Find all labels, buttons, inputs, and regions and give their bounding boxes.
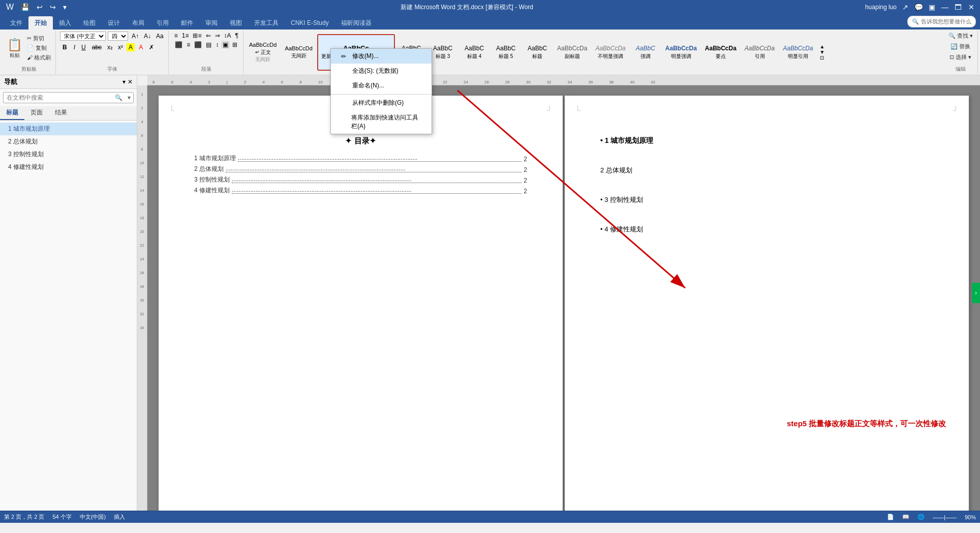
style-fubiaoti[interactable]: AaBbCcDa 副标题 <box>554 34 591 71</box>
tab-draw[interactable]: 绘图 <box>77 16 102 29</box>
shrink-font-btn[interactable]: A↓ <box>142 32 152 40</box>
ctx-modify[interactable]: ✏ 修改(M)... <box>331 49 432 64</box>
nav-close-btn[interactable]: ✕ <box>128 78 133 85</box>
tab-review[interactable]: 审阅 <box>199 16 224 29</box>
page-2[interactable]: └ ┘ • 1 城市规划原理 2 总体规划 • 3 控制性规划 • 4 修建性规… <box>565 96 969 511</box>
tab-home[interactable]: 开始 <box>28 16 53 29</box>
styles-scroll-up[interactable]: ▲ <box>820 44 825 49</box>
tab-insert[interactable]: 插入 <box>53 16 77 29</box>
grow-font-btn[interactable]: A↑ <box>130 32 140 40</box>
zoom-slider[interactable]: ——|—— <box>933 514 957 520</box>
text-highlight-btn[interactable]: A <box>127 43 135 51</box>
style-biaoti-plain[interactable]: AaBbC 标题 <box>522 34 553 71</box>
ctx-rename[interactable]: 重命名(N)... <box>331 78 432 93</box>
tab-view[interactable]: 视图 <box>224 16 248 29</box>
align-right-btn[interactable]: ⬛ <box>193 41 203 49</box>
tab-file[interactable]: 文件 <box>4 16 28 29</box>
replace-btn[interactable]: 🔄 替换 <box>949 42 972 51</box>
nav-search-box[interactable]: 🔍 ▾ <box>3 92 134 103</box>
customize-quick-access[interactable]: ▾ <box>61 2 69 12</box>
multilevel-btn[interactable]: ⊞≡ <box>191 32 203 40</box>
view-read-icon[interactable]: 📖 <box>902 514 909 520</box>
align-left-btn[interactable]: ⬛ <box>173 41 184 49</box>
style-biaoti5[interactable]: AaBbC 标题 5 <box>491 34 521 71</box>
style-mingxian-yinyong[interactable]: AaBbCcDa 明显引用 <box>779 34 816 71</box>
tab-layout[interactable]: 布局 <box>126 16 150 29</box>
style-qiangdiao[interactable]: AaBbC 强调 <box>630 34 661 71</box>
ctx-select-all[interactable]: 全选(S): (无数据) <box>331 64 432 78</box>
underline-btn[interactable]: U <box>79 43 88 51</box>
style-yaodian[interactable]: AaBbCcDa 要点 <box>701 34 740 71</box>
format-painter-btn[interactable]: 🖌 格式刷 <box>25 53 52 62</box>
tell-me-box[interactable]: 🔍 告诉我您想要做什么 <box>907 16 976 27</box>
style-biaoti4[interactable]: AaBbC 标题 4 <box>459 34 489 71</box>
ctx-add-quick[interactable]: 将库添加到快速访问工具栏(A) <box>331 110 432 134</box>
copy-btn[interactable]: 📄 复制 <box>25 44 52 52</box>
side-green-btn[interactable]: › <box>972 283 980 303</box>
view-normal-icon[interactable]: 📄 <box>887 514 894 520</box>
tab-developer[interactable]: 开发工具 <box>248 16 285 29</box>
nav-search-icon[interactable]: 🔍 <box>112 93 125 103</box>
italic-btn[interactable]: I <box>72 43 77 51</box>
clear-format-btn[interactable]: ✗ <box>147 43 156 51</box>
save-btn[interactable]: 💾 <box>19 2 32 12</box>
nav-item-3[interactable]: 3 控制性规划 <box>0 148 137 161</box>
bullets-btn[interactable]: ≡ <box>173 32 179 40</box>
style-biaoti3[interactable]: AaBbC 标题 3 <box>427 34 458 71</box>
style-buxian[interactable]: AaBbCcDa 不明显强调 <box>592 34 629 71</box>
ribbon-display-btn[interactable]: ▣ <box>927 3 936 12</box>
styles-expand[interactable]: ⊡ <box>820 55 825 61</box>
paste-btn[interactable]: 📋 粘贴 <box>5 33 24 64</box>
change-case-btn[interactable]: Aa <box>155 32 165 40</box>
cut-btn[interactable]: ✂ 剪切 <box>25 34 52 43</box>
font-size-select[interactable]: 四号 <box>108 32 128 41</box>
comments-btn[interactable]: 💬 <box>914 3 923 12</box>
view-web-icon[interactable]: 🌐 <box>917 514 925 520</box>
close-btn[interactable]: ✕ <box>967 3 976 12</box>
tab-foxit[interactable]: 福昕阅读器 <box>335 16 378 29</box>
nav-tab-headings[interactable]: 标题 <box>0 106 24 120</box>
nav-item-4[interactable]: 4 修建性规划 <box>0 161 137 173</box>
nav-item-1[interactable]: 1 城市规划原理 <box>0 123 137 135</box>
font-family-select[interactable]: 宋体 (中文正… <box>60 32 106 41</box>
strikethrough-btn[interactable]: abc <box>90 43 104 51</box>
superscript-btn[interactable]: x² <box>116 43 125 51</box>
style-zhengwen[interactable]: AaBbCcDd ↵ 正文 无间距 <box>246 34 280 71</box>
indent-decrease-btn[interactable]: ⇐ <box>204 32 212 40</box>
page-1[interactable]: └ ┘ ┌ ┐ ✦ 目录✦ 1 城市规划原理 .................… <box>159 96 563 511</box>
nav-toggle-btn[interactable]: ▾ <box>122 78 126 85</box>
border-btn[interactable]: ⊞ <box>231 41 239 49</box>
nav-item-2[interactable]: 2 总体规划 <box>0 135 137 148</box>
nav-tab-results[interactable]: 结果 <box>49 106 73 120</box>
style-wuxiange[interactable]: AaBbCcDd 无间距 <box>281 34 316 71</box>
subscript-btn[interactable]: x₂ <box>106 43 114 51</box>
redo-btn[interactable]: ↪ <box>48 2 58 12</box>
ctx-remove-gallery[interactable]: 从样式库中删除(G) <box>331 96 432 110</box>
style-mingxian[interactable]: AaBbCcDa 明显强调 <box>662 34 700 71</box>
tab-design[interactable]: 设计 <box>102 16 126 29</box>
nav-tab-pages[interactable]: 页面 <box>24 106 49 120</box>
numbering-btn[interactable]: 1≡ <box>180 32 191 40</box>
align-center-btn[interactable]: ≡ <box>185 41 192 49</box>
share-btn[interactable]: ↗ <box>901 3 910 12</box>
line-spacing-btn[interactable]: ↕ <box>214 41 220 49</box>
style-yinyong[interactable]: AaBbCcDa 引用 <box>741 34 778 71</box>
styles-scroll-down[interactable]: ▼ <box>820 49 825 55</box>
show-marks-btn[interactable]: ¶ <box>234 32 240 40</box>
sort-btn[interactable]: ↕A <box>223 32 233 40</box>
minimize-btn[interactable]: — <box>940 3 950 12</box>
find-btn[interactable]: 🔍 查找 ▾ <box>947 32 974 40</box>
indent-increase-btn[interactable]: ⇒ <box>213 32 222 40</box>
nav-search-input[interactable] <box>4 93 112 103</box>
tab-cnki[interactable]: CNKI E-Study <box>285 16 335 29</box>
font-color-btn[interactable]: A <box>137 43 145 51</box>
justify-btn[interactable]: ▤ <box>204 41 213 49</box>
document-area[interactable]: └ ┘ ┌ ┐ ✦ 目录✦ 1 城市规划原理 .................… <box>147 85 980 511</box>
tab-references[interactable]: 引用 <box>150 16 175 29</box>
nav-search-dropdown[interactable]: ▾ <box>125 93 133 103</box>
tab-mailings[interactable]: 邮件 <box>175 16 199 29</box>
shading-btn[interactable]: ▣ <box>221 41 230 49</box>
maximize-btn[interactable]: 🗖 <box>954 3 963 12</box>
bold-btn[interactable]: B <box>60 43 70 52</box>
select-btn[interactable]: ⊡ 选择 ▾ <box>948 53 973 62</box>
